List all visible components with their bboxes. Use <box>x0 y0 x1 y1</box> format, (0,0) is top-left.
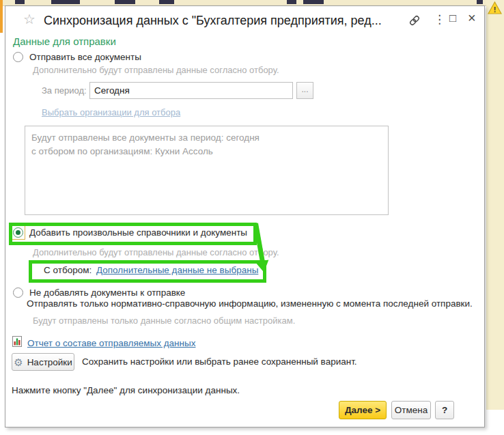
favorite-star-icon[interactable]: ☆ <box>23 12 36 26</box>
radio-icon[interactable] <box>13 52 23 62</box>
dialog-title: Синхронизация данных с "Бухгалтерия пред… <box>44 14 382 28</box>
background-window-edge-left <box>0 0 3 33</box>
option-hint: Дополнительно будут отправлены данные со… <box>33 247 279 257</box>
footer-note: Нажмите кнопку "Далее" для синхронизации… <box>12 385 240 395</box>
background-text-fragment <box>15 0 25 4</box>
sync-dialog: ☆ Синхронизация данных с "Бухгалтерия пр… <box>5 5 485 427</box>
warning-icon[interactable]: ! <box>488 1 502 14</box>
report-icon <box>12 336 23 350</box>
background-text-fragment <box>159 0 174 4</box>
period-label: За период: <box>42 85 87 96</box>
report-link[interactable]: Отчет о составе отправляемых данных <box>27 338 195 348</box>
settings-button[interactable]: ⚙ Настройки <box>12 353 74 371</box>
radio-add-custom-data[interactable]: Добавить произвольные справочники и доку… <box>11 225 247 239</box>
radio-label: Отправить все документы <box>29 52 141 62</box>
settings-caption: Сохранить настройки или выбрать ранее со… <box>82 356 357 367</box>
focus-ring <box>11 225 25 240</box>
background-text-fragment <box>51 0 80 4</box>
svg-text:!: ! <box>494 5 496 14</box>
background-text-fragment <box>115 0 135 4</box>
radio-label: Не добавлять документы к отправке <box>29 287 185 298</box>
summary-line: Будут отправлены все документы за период… <box>31 131 382 145</box>
report-row: Отчет о составе отправляемых данных <box>12 336 195 350</box>
copy-link-icon[interactable] <box>408 15 421 29</box>
background-text-fragment <box>303 0 324 4</box>
background-text-fragment <box>287 0 296 4</box>
summary-line: с отбором по организациям: Кухни Ассоль <box>31 145 382 158</box>
screen: ! ☆ Синхронизация данных с "Бухгалтерия … <box>0 0 504 435</box>
section-header: Данные для отправки <box>13 36 116 47</box>
radio-no-documents[interactable]: Не добавлять документы к отправке <box>13 285 185 299</box>
radio-send-all-documents[interactable]: Отправить все документы <box>13 50 141 64</box>
radio-icon[interactable] <box>13 287 23 298</box>
additional-data-link[interactable]: Дополнительные данные не выбраны <box>96 265 258 275</box>
settings-button-label: Настройки <box>27 357 72 367</box>
close-icon[interactable]: × <box>468 10 476 26</box>
background-window-strip-right <box>486 0 504 410</box>
filter-label: С отбором: <box>44 265 92 275</box>
more-menu-icon[interactable]: ⋮ <box>434 12 445 27</box>
next-button[interactable]: Далее > <box>339 401 387 419</box>
settings-gear-icon: ⚙ <box>14 357 23 367</box>
period-more-button[interactable]: ... <box>296 82 313 99</box>
radio-label: Добавить произвольные справочники и доку… <box>29 227 247 238</box>
cancel-button[interactable]: Отмена <box>391 401 431 419</box>
select-organizations-link[interactable]: Выбрать организации для отбора <box>42 107 180 117</box>
background-text-fragment <box>477 0 483 4</box>
summary-box: Будут отправлены все документы за период… <box>25 126 389 215</box>
radio-selected-icon[interactable] <box>13 227 23 238</box>
maximize-icon[interactable]: □ <box>449 12 456 25</box>
period-input[interactable] <box>89 82 293 99</box>
option-hint: Дополнительно будут отправлены данные со… <box>33 65 279 75</box>
option-description: Отправлять только нормативно-справочную … <box>27 298 473 309</box>
help-button[interactable]: ? <box>435 401 454 419</box>
option-hint: Будут отправлены только данные согласно … <box>33 315 295 326</box>
